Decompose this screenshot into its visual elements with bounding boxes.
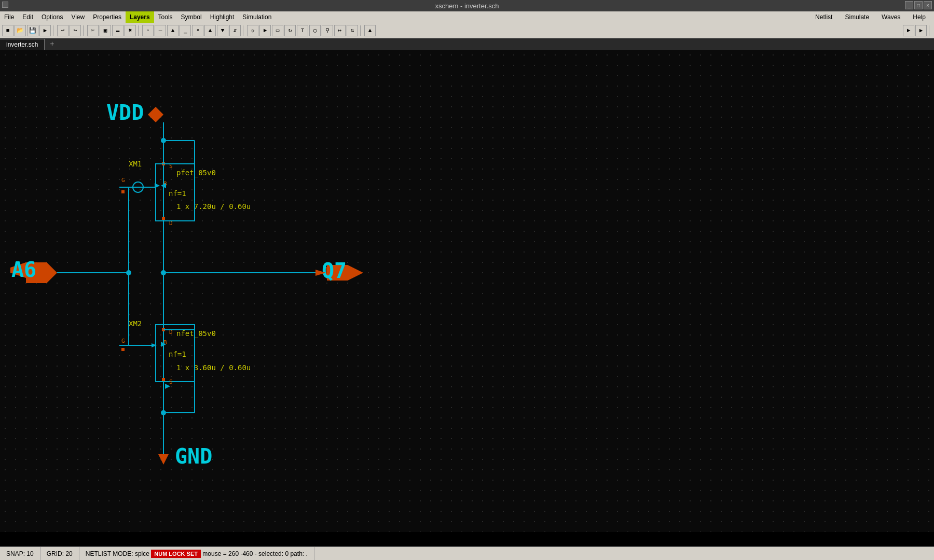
menu-file[interactable]: File [0,11,18,23]
tb-right-arrow[interactable]: ► [903,25,914,36]
toolbar: ■ 📂 💾 ▶ ↩ ↪ ✄ ▣ ▬ ✖ ▫ ― ▲ ⎯ ⚬ ▲ ▼ ⇵ ☼ ► … [0,23,934,38]
tb-delete[interactable]: ✖ [125,25,136,36]
minimize-button[interactable]: _ [905,1,913,9]
tb-copy[interactable]: ▣ [100,25,111,36]
titlebar: xschem - inverter.sch _ □ × [0,0,934,11]
tb-select[interactable]: ▫ [142,25,154,36]
vdd-label: VDD [106,101,144,124]
tb-fullscreen[interactable]: ⇅ [347,25,358,36]
netlist-display: NETLIST MODE: spice NUM LOCK SET mouse =… [79,547,314,560]
nfet-s-text: S [169,379,173,385]
tb-reload[interactable]: ▶ [39,25,51,36]
close-button[interactable]: × [924,1,932,9]
menu-simulate[interactable]: Simulate [841,12,873,22]
tb-pin[interactable]: ▲ [364,25,376,36]
nfet-s-pin [162,378,165,381]
tb-redo[interactable]: ↪ [70,25,81,36]
xm2-label: XM2 [129,319,142,328]
pfet-type-label: pfet_05v0 [176,169,216,177]
tb-new[interactable]: ■ [2,25,13,36]
menu-view[interactable]: View [67,11,89,23]
pfet-nf-label: nf=1 [169,189,186,198]
statusbar: SNAP: 10 GRID: 20 NETLIST MODE: spice NU… [0,547,934,560]
tb-arc[interactable]: ⚬ [192,25,203,36]
snap-display: SNAP: 10 [0,547,40,560]
tb-cut[interactable]: ✄ [87,25,99,36]
tb-component[interactable]: ▲ [167,25,178,36]
menubar: File Edit Options View Properties Layers… [0,11,934,23]
tb-line[interactable]: ⎯ [180,25,191,36]
snap-value: 10 [26,550,33,557]
menu-waves[interactable]: Waves [877,12,904,22]
nfet-nf-label: nf=1 [169,350,186,358]
tb-arrow-right[interactable]: ► [259,25,271,36]
maximize-button[interactable]: □ [914,1,923,9]
menu-symbol[interactable]: Symbol [177,11,206,23]
menu-edit[interactable]: Edit [18,11,37,23]
pfet-g-text: G [121,177,125,184]
gnd-symbol [158,454,169,465]
tb-expand[interactable]: ↦ [334,25,346,36]
tb-open[interactable]: 📂 [15,25,26,36]
titlebar-controls[interactable]: _ □ × [905,1,932,9]
menu-properties[interactable]: Properties [89,11,126,23]
pfet-gate-arrow [155,183,160,188]
tabs: inverter.sch + [0,38,934,50]
menu-highlight[interactable]: Highlight [206,11,239,23]
grid-display: GRID: 20 [40,547,79,560]
tb-rect[interactable]: ▭ [272,25,283,36]
tb-zoom-fit[interactable]: ⇵ [229,25,241,36]
schematic-svg: VDD XM1 pfet_05v0 nf=1 1 x 7.20u / 0.60u… [0,50,934,532]
tab-add-button[interactable]: + [46,38,58,50]
tab-inverter[interactable]: inverter.sch [0,39,45,50]
pfet-size-label: 1 x 7.20u / 0.60u [176,202,251,211]
tb-text[interactable]: T [297,25,308,36]
tb-zoom-in[interactable]: ▲ [204,25,216,36]
grid-label: GRID: [47,550,64,557]
nfet-gate-sq [121,348,125,351]
nfet-type-label: nfet_05v0 [176,329,216,338]
a6-label: A6 [11,258,36,282]
vdd-symbol [148,107,163,122]
netlist-label: NETLIST MODE: [86,550,133,557]
titlebar-icon [2,2,8,8]
tb-undo[interactable]: ↩ [57,25,68,36]
tb-zoom-out[interactable]: ▼ [217,25,228,36]
menu-simulation[interactable]: Simulation [238,11,276,23]
menu-layers[interactable]: Layers [126,11,154,23]
tb-wire[interactable]: ― [155,25,166,36]
menu-options[interactable]: Options [37,11,67,23]
menu-help[interactable]: Help [909,12,930,22]
tb-search[interactable]: ⚲ [322,25,333,36]
grid-value: 20 [65,550,72,557]
tb-sun[interactable]: ☼ [247,25,258,36]
netlist-value: spice [135,550,149,557]
tb-rotate[interactable]: ↻ [284,25,296,36]
mouse-info: mouse = 260 -460 - selected: 0 path: . [202,550,307,557]
q7-label: Q7 [322,259,347,283]
numlk-badge: NUM LOCK SET [151,550,201,558]
snap-label: SNAP: [6,550,25,557]
menu-netlist[interactable]: Netlist [811,12,836,22]
tb-paste[interactable]: ▬ [112,25,123,36]
nfet-g-text: G [121,338,125,344]
gnd-label: GND [175,444,212,468]
nfet-size-label: 1 x 3.60u / 0.60u [176,363,251,372]
pfet-gate-sq [121,190,125,193]
xm1-label: XM1 [129,160,142,168]
tb-circle[interactable]: ◯ [309,25,321,36]
pfet-d-pin [162,217,165,220]
menu-tools[interactable]: Tools [154,11,177,23]
tb-save[interactable]: 💾 [27,25,38,36]
window-title: xschem - inverter.sch [435,2,499,10]
tb-right-play[interactable]: ▶ [915,25,927,36]
